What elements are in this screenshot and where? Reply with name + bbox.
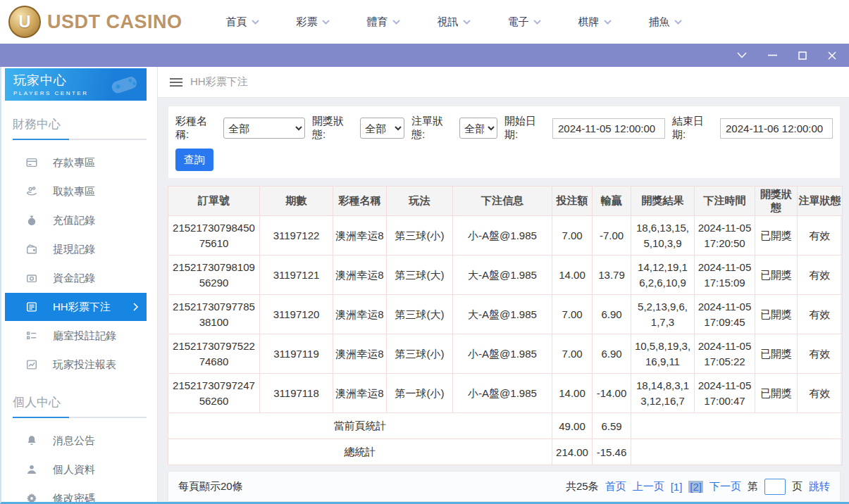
cell-order-id: 2152173079778538100 <box>168 295 260 334</box>
hamburger-menu-icon[interactable] <box>170 78 182 87</box>
page-summary-bet-total: 49.00 <box>552 413 593 439</box>
cell-order-id: 2152173079845075610 <box>168 216 260 256</box>
total-count-text: 共25条 <box>566 480 599 493</box>
cell-lottery-name: 澳洲幸运8 <box>333 334 387 374</box>
sidebar-item-withdrawal-record[interactable]: 提現記錄 <box>5 235 147 263</box>
cell-order-status: 有效 <box>798 256 843 295</box>
jump-button[interactable]: 跳转 <box>809 480 830 493</box>
first-page-link[interactable]: 首页 <box>605 480 626 493</box>
hand-coins-icon <box>25 185 38 198</box>
sidebar: 玩家中心 PLAYERS CENTER 財務中心 存款專區 取款專區 充值記錄 <box>1 67 158 502</box>
gear-icon <box>25 492 38 502</box>
cell-play-type: 第三球(小) <box>387 334 453 374</box>
page-summary-empty <box>631 413 843 439</box>
nav-item-home[interactable]: 首頁 <box>226 15 259 29</box>
chevron-down-icon <box>533 20 541 25</box>
cell-bet-time: 2024-11-05 17:15:09 <box>695 256 755 295</box>
cell-draw-status: 已開獎 <box>755 216 798 256</box>
prev-page-link[interactable]: 上一页 <box>633 480 664 493</box>
brand-logo-icon: U <box>8 6 41 38</box>
cell-order-status: 有效 <box>798 374 843 413</box>
grand-summary-label: 總統計 <box>168 439 552 465</box>
gamepad-icon <box>106 71 142 96</box>
start-date-input[interactable] <box>552 118 665 139</box>
cell-lottery-name: 澳洲幸运8 <box>333 374 387 413</box>
sidebar-item-room-bet-record[interactable]: 廳室投註記錄 <box>5 322 147 350</box>
end-date-input[interactable] <box>720 118 833 139</box>
page-2-link-current[interactable]: [2] <box>688 481 703 493</box>
order-status-select[interactable]: 全部 <box>459 118 497 139</box>
col-draw-result: 開獎結果 <box>631 187 695 216</box>
cell-lottery-name: 澳洲幸运8 <box>333 216 387 256</box>
cell-period: 31197122 <box>260 216 333 256</box>
cell-order-status: 有效 <box>798 216 843 256</box>
main-content: HH彩票下注 彩種名稱: 全部 開獎狀態: 全部 注單狀態: 全部 開始日期: … <box>158 67 849 502</box>
sidebar-item-deposit[interactable]: 存款專區 <box>5 149 147 177</box>
cell-lottery-name: 澳洲幸运8 <box>333 256 387 295</box>
cell-bet-amount: 7.00 <box>552 216 593 256</box>
cell-lottery-name: 澳洲幸运8 <box>333 295 387 334</box>
sidebar-item-player-bet-report[interactable]: 玩家投注報表 <box>5 351 147 379</box>
next-page-link[interactable]: 下一页 <box>709 480 741 493</box>
table-row: 2152173079778538100 31197120 澳洲幸运8 第三球(大… <box>168 295 843 334</box>
bell-icon <box>25 434 38 447</box>
page-title: HH彩票下注 <box>190 75 248 89</box>
nav-item-sports[interactable]: 體育 <box>367 15 400 29</box>
window-close-icon[interactable] <box>828 51 836 60</box>
jump-prefix-text: 第 <box>748 480 758 493</box>
cell-play-type: 第一球(小) <box>387 374 453 413</box>
grand-summary-row: 總統計 214.00 -15.46 <box>168 439 843 465</box>
cell-period: 31197121 <box>260 256 333 295</box>
cell-order-status: 有效 <box>798 295 843 334</box>
chevron-down-icon <box>392 20 400 25</box>
sidebar-item-announcements[interactable]: 消息公告 <box>5 427 147 455</box>
cell-bet-time: 2024-11-05 17:05:22 <box>695 334 755 374</box>
cell-bet-time: 2024-11-05 17:09:45 <box>695 295 755 334</box>
nav-item-video[interactable]: 視訊 <box>438 15 471 29</box>
nav-item-cards[interactable]: 棋牌 <box>578 15 612 29</box>
draw-status-label: 開獎狀態: <box>312 115 357 141</box>
cell-play-type: 第三球(大) <box>387 256 453 295</box>
cell-draw-status: 已開獎 <box>755 374 798 413</box>
page-summary-win-loss: 6.59 <box>593 413 631 439</box>
col-bet-time: 下注時間 <box>695 187 755 216</box>
sidebar-item-profile[interactable]: 個人資料 <box>5 455 147 484</box>
window-minimize-icon[interactable] <box>768 54 777 56</box>
chevron-down-icon <box>252 20 259 25</box>
sidebar-item-change-password[interactable]: 修改密碼 <box>5 484 147 502</box>
sidebar-item-withdraw[interactable]: 取款專區 <box>5 177 147 206</box>
cell-win-loss: -7.00 <box>593 216 631 256</box>
cell-draw-result: 10,5,8,19,3,16,9,11 <box>631 334 695 374</box>
sidebar-item-funds-record[interactable]: 資金記錄 <box>5 264 147 292</box>
search-button[interactable]: 查詢 <box>175 149 213 171</box>
sidebar-item-hh-lottery-bets[interactable]: HH彩票下注 <box>5 293 147 321</box>
nav-item-lottery[interactable]: 彩票 <box>297 15 330 29</box>
cell-bet-amount: 7.00 <box>552 295 593 334</box>
col-lottery-name: 彩種名稱 <box>333 187 387 216</box>
brand: U USDT CASINO <box>0 6 182 38</box>
coin-purse-icon <box>25 272 38 284</box>
players-center-banner: 玩家中心 PLAYERS CENTER <box>5 68 147 101</box>
col-win-loss: 輸贏 <box>593 187 631 216</box>
section-divider <box>13 417 147 418</box>
page-summary-label: 當前頁統計 <box>168 413 552 439</box>
lottery-name-select[interactable]: 全部 <box>223 118 305 139</box>
jump-suffix-text: 页 <box>792 480 802 493</box>
table-header-row: 訂單號 期數 彩種名稱 玩法 下注信息 投注額 輸贏 開獎結果 下注時間 開獎狀… <box>168 187 843 216</box>
window-maximize-icon[interactable] <box>798 51 807 60</box>
nav-item-fishing[interactable]: 捕魚 <box>649 15 682 29</box>
nav-item-slots[interactable]: 電子 <box>508 15 541 29</box>
order-status-label: 注單狀態: <box>411 115 456 141</box>
sidebar-item-recharge-record[interactable]: 充值記錄 <box>5 206 147 234</box>
cell-order-id: 2152173079752274680 <box>168 334 260 374</box>
cell-win-loss: 6.90 <box>593 334 631 374</box>
window-collapse-icon[interactable] <box>737 52 747 58</box>
table-row: 2152173079752274680 31197119 澳洲幸运8 第三球(小… <box>168 334 843 374</box>
page-1-link[interactable]: [1] <box>671 481 683 493</box>
jump-page-input[interactable] <box>764 479 786 495</box>
draw-status-select[interactable]: 全部 <box>360 118 404 139</box>
bets-table: 訂單號 期數 彩種名稱 玩法 下注信息 投注額 輸贏 開獎結果 下注時間 開獎狀… <box>168 186 843 465</box>
pagination-bar: 每頁顯示20條 共25条 首页 上一页 [1] [2] 下一页 第 页 跳转 <box>168 471 841 502</box>
chart-report-icon <box>25 358 38 371</box>
cell-draw-status: 已開獎 <box>755 334 798 374</box>
